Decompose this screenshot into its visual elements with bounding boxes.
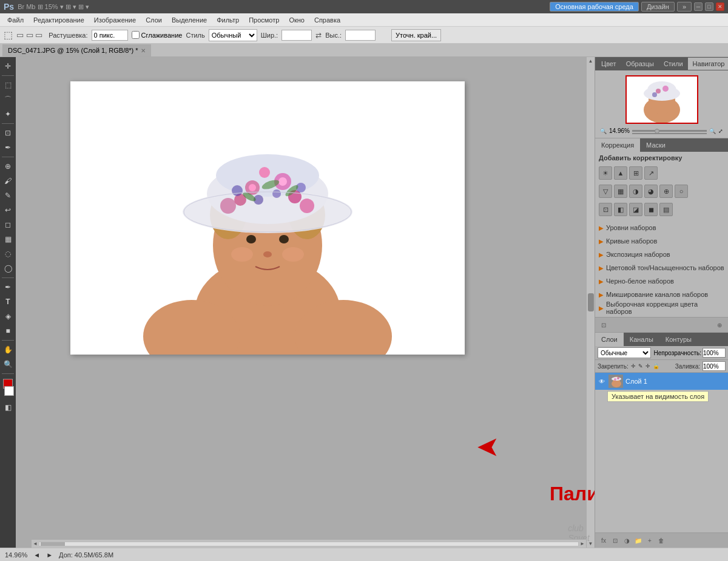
layer-mask-btn[interactable]: ⊡: [610, 536, 620, 545]
menu-edit[interactable]: Редактирование: [29, 15, 89, 25]
dodge-tool[interactable]: ◯: [1, 262, 15, 275]
canvas-area[interactable]: ▲ ▼: [16, 57, 595, 548]
magic-wand-tool[interactable]: ✦: [1, 107, 15, 121]
curves-icon[interactable]: ⊞: [629, 166, 642, 180]
menu-view[interactable]: Просмотр: [244, 15, 284, 25]
maximize-btn[interactable]: □: [705, 2, 713, 11]
layer-visibility-icon[interactable]: 👁: [598, 377, 606, 386]
style-select[interactable]: Обычный: [209, 29, 257, 41]
hand-tool[interactable]: ✋: [1, 343, 15, 356]
shape-tool[interactable]: ■: [1, 324, 15, 338]
width-input[interactable]: [281, 30, 312, 41]
levels-icon[interactable]: ▲: [614, 166, 627, 180]
canvas-vscroll[interactable]: ▲ ▼: [586, 57, 595, 548]
exposure-icon[interactable]: ↗: [644, 166, 658, 180]
quick-mask-btn[interactable]: ◧: [1, 401, 15, 414]
corr-bottom-icon-2[interactable]: ⊕: [715, 320, 724, 330]
menu-help[interactable]: Справка: [309, 15, 345, 25]
threshold-icon[interactable]: ⊡: [599, 203, 612, 216]
zoom-in-icon[interactable]: 🔍: [709, 128, 716, 134]
hue-icon[interactable]: ▽: [599, 185, 612, 198]
brush-tool[interactable]: 🖌: [1, 174, 15, 188]
pen-tool[interactable]: ✒: [1, 280, 15, 294]
workspace-btn[interactable]: Основная рабочая среда: [550, 2, 639, 12]
eyedropper-tool[interactable]: ✒: [1, 141, 15, 154]
solid-fill-icon[interactable]: ◼: [644, 203, 658, 216]
selective-color-list-item[interactable]: ▶ Выборочная коррекция цвета наборов: [595, 301, 728, 314]
lock-all-icon[interactable]: 🔒: [653, 363, 659, 369]
hscroll-right[interactable]: ►: [580, 541, 585, 546]
invert-icon[interactable]: ◪: [629, 203, 642, 216]
posterize-icon[interactable]: ◧: [614, 203, 627, 216]
tab-layers[interactable]: Слои: [595, 333, 624, 346]
healing-tool[interactable]: ⊕: [1, 160, 15, 173]
opacity-input[interactable]: [703, 348, 726, 358]
zoom-tool[interactable]: 🔍: [1, 358, 15, 371]
marquee-tool[interactable]: ⬚: [1, 78, 15, 92]
status-nav-next[interactable]: ►: [46, 551, 53, 559]
history-tool[interactable]: ↩: [1, 203, 15, 217]
hscroll-left[interactable]: ◄: [33, 541, 38, 546]
smooth-group[interactable]: Сглаживание: [132, 31, 183, 39]
tab-paths[interactable]: Контуры: [659, 333, 698, 346]
layer-del-btn[interactable]: 🗑: [656, 536, 666, 545]
tab-close-btn[interactable]: ✕: [141, 47, 146, 54]
gradient-tool[interactable]: ▦: [1, 233, 15, 246]
nav-expand-icon[interactable]: ⤢: [718, 128, 723, 134]
lock-draw-icon[interactable]: ✎: [638, 363, 643, 369]
lasso-tool[interactable]: ⌒: [1, 93, 15, 106]
crop-tool[interactable]: ⊡: [1, 126, 15, 140]
menu-file[interactable]: Файл: [2, 15, 29, 25]
hscroll-thumb[interactable]: [41, 542, 65, 546]
layer-row-1[interactable]: 👁 Слой 1: [595, 373, 728, 390]
huesat-list-item[interactable]: ▶ Цветовой тон/Насыщенность наборов: [595, 261, 728, 274]
scroll-up-btn[interactable]: ▲: [588, 58, 593, 64]
exposure-list-item[interactable]: ▶ Экспозиция наборов: [595, 248, 728, 261]
menu-window[interactable]: Окно: [284, 15, 309, 25]
menu-image[interactable]: Изображение: [89, 15, 141, 25]
brightness-icon[interactable]: ☀: [599, 166, 612, 180]
document-tab[interactable]: DSC_0471.JPG @ 15% (Слой 1, RGB/8*) * ✕: [2, 44, 151, 56]
corr-bottom-icon-1[interactable]: ⊡: [599, 320, 608, 330]
feather-input[interactable]: [92, 30, 128, 41]
minimize-btn[interactable]: ─: [694, 2, 703, 11]
text-tool[interactable]: T: [1, 295, 15, 308]
height-input[interactable]: [345, 30, 376, 41]
tab-correction[interactable]: Коррекция: [595, 138, 640, 152]
bw-list-item[interactable]: ▶ Черно-белое наборов: [595, 274, 728, 288]
scroll-thumb[interactable]: [588, 293, 594, 311]
tab-swatches[interactable]: Образцы: [621, 58, 659, 70]
tab-styles[interactable]: Стили: [659, 58, 688, 70]
photo-filter-icon[interactable]: ○: [675, 185, 688, 198]
menu-filter[interactable]: Фильтр: [212, 15, 244, 25]
channel-mix-list-item[interactable]: ▶ Микширование каналов наборов: [595, 288, 728, 301]
tab-navigator[interactable]: Навигатор: [688, 58, 728, 70]
gradient-map-icon[interactable]: ⊕: [659, 185, 673, 198]
refine-edge-btn[interactable]: Уточн. край...: [391, 29, 441, 41]
more-workspace-btn[interactable]: »: [677, 2, 692, 12]
zoom-slider[interactable]: [632, 130, 707, 132]
curves-list-item[interactable]: ▶ Кривые наборов: [595, 234, 728, 248]
move-tool[interactable]: ✛: [1, 59, 15, 73]
canvas-hscroll[interactable]: ◄ ►: [32, 539, 586, 548]
blend-mode-select[interactable]: Обычные: [598, 347, 651, 358]
layer-adj-btn[interactable]: ◑: [622, 536, 632, 545]
tab-masks[interactable]: Маски: [640, 138, 672, 152]
layer-fx-btn[interactable]: fx: [599, 536, 608, 545]
background-color[interactable]: [4, 386, 14, 396]
stamp-tool[interactable]: ✎: [1, 189, 15, 202]
blur-tool[interactable]: ◌: [1, 247, 15, 260]
selective-icon[interactable]: ◕: [644, 185, 658, 198]
tab-color[interactable]: Цвет: [596, 58, 621, 70]
fill-input[interactable]: [703, 361, 726, 371]
pattern-fill-icon[interactable]: ▤: [659, 203, 673, 216]
close-btn[interactable]: ✕: [716, 2, 724, 11]
menu-layers[interactable]: Слои: [141, 15, 167, 25]
tab-channels[interactable]: Каналы: [624, 333, 659, 346]
menu-select[interactable]: Выделение: [167, 15, 212, 25]
layer-new-btn[interactable]: +: [645, 536, 655, 545]
design-btn[interactable]: Дизайн: [641, 2, 675, 12]
layer-group-btn[interactable]: 📁: [633, 536, 643, 545]
lock-move-icon[interactable]: ✛: [645, 363, 650, 369]
lock-pos-icon[interactable]: ✛: [631, 363, 636, 369]
